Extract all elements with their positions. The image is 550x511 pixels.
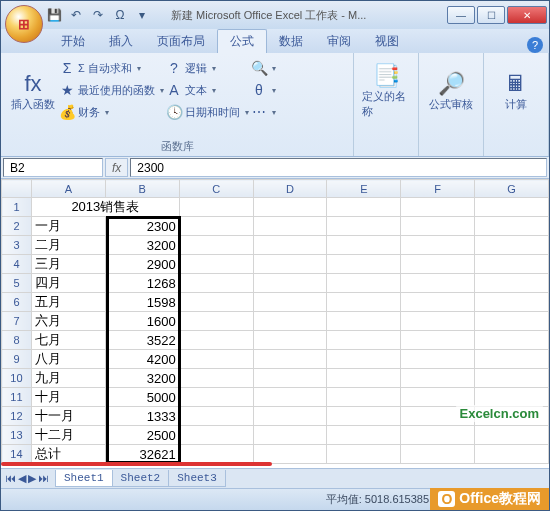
row-header[interactable]: 10	[2, 369, 32, 388]
cell[interactable]: 九月	[31, 369, 105, 388]
cell[interactable]	[327, 198, 401, 217]
cell[interactable]: 2013销售表	[31, 198, 179, 217]
tab-data[interactable]: 数据	[267, 30, 315, 53]
defined-names-button[interactable]: 📑 定义的名称	[362, 57, 410, 125]
row-header[interactable]: 4	[2, 255, 32, 274]
col-header[interactable]: B	[105, 180, 179, 198]
sheet-nav-next-icon[interactable]: ▶	[28, 472, 36, 485]
cell[interactable]	[327, 312, 401, 331]
row-header[interactable]: 9	[2, 350, 32, 369]
col-header[interactable]: A	[31, 180, 105, 198]
more-functions-button[interactable]: ⋯▾	[251, 101, 276, 123]
undo-icon[interactable]: ↶	[67, 6, 85, 24]
cell[interactable]: 3200	[105, 236, 179, 255]
calculation-button[interactable]: 🖩 计算	[492, 57, 540, 125]
cell[interactable]	[253, 369, 327, 388]
row-header[interactable]: 14	[2, 445, 32, 464]
insert-function-button[interactable]: fx 插入函数	[9, 57, 57, 125]
row-header[interactable]: 5	[2, 274, 32, 293]
sheet-tab[interactable]: Sheet2	[112, 470, 170, 487]
cell[interactable]	[327, 369, 401, 388]
cell[interactable]	[253, 198, 327, 217]
cell[interactable]	[327, 331, 401, 350]
cell[interactable]	[253, 236, 327, 255]
sheet-nav-last-icon[interactable]: ⏭	[38, 472, 49, 485]
col-header[interactable]: F	[401, 180, 475, 198]
cell[interactable]	[327, 407, 401, 426]
col-header[interactable]: E	[327, 180, 401, 198]
cell[interactable]	[253, 388, 327, 407]
lookup-button[interactable]: 🔍▾	[251, 57, 276, 79]
maximize-button[interactable]: ☐	[477, 6, 505, 24]
recent-functions-button[interactable]: ★最近使用的函数▾	[59, 79, 164, 101]
cell[interactable]	[179, 331, 253, 350]
sheet-nav-prev-icon[interactable]: ◀	[18, 472, 26, 485]
cell[interactable]	[401, 369, 475, 388]
cell[interactable]	[401, 293, 475, 312]
math-button[interactable]: θ▾	[251, 79, 276, 101]
omega-icon[interactable]: Ω	[111, 6, 129, 24]
logical-button[interactable]: ?逻辑▾	[166, 57, 249, 79]
cell[interactable]	[475, 350, 549, 369]
cell[interactable]	[179, 369, 253, 388]
fx-button[interactable]: fx	[105, 158, 128, 177]
col-header[interactable]: D	[253, 180, 327, 198]
cell[interactable]	[179, 236, 253, 255]
cell[interactable]: 4200	[105, 350, 179, 369]
cell[interactable]	[327, 388, 401, 407]
cell[interactable]	[179, 312, 253, 331]
cell[interactable]	[401, 445, 475, 464]
cell[interactable]: 三月	[31, 255, 105, 274]
row-header[interactable]: 12	[2, 407, 32, 426]
financial-button[interactable]: 💰财务▾	[59, 101, 164, 123]
row-header[interactable]: 7	[2, 312, 32, 331]
cell[interactable]	[475, 331, 549, 350]
tab-view[interactable]: 视图	[363, 30, 411, 53]
row-header[interactable]: 8	[2, 331, 32, 350]
cell[interactable]	[475, 274, 549, 293]
cell[interactable]	[475, 445, 549, 464]
cell[interactable]: 一月	[31, 217, 105, 236]
cell[interactable]	[401, 426, 475, 445]
cell[interactable]	[179, 388, 253, 407]
row-header[interactable]: 1	[2, 198, 32, 217]
cell[interactable]: 2500	[105, 426, 179, 445]
tab-layout[interactable]: 页面布局	[145, 30, 217, 53]
cell[interactable]	[401, 236, 475, 255]
cell[interactable]	[253, 312, 327, 331]
row-header[interactable]: 6	[2, 293, 32, 312]
cell[interactable]	[179, 217, 253, 236]
cell[interactable]	[179, 350, 253, 369]
help-icon[interactable]: ?	[527, 37, 543, 53]
formula-audit-button[interactable]: 🔎 公式审核	[427, 57, 475, 125]
cell[interactable]	[179, 407, 253, 426]
cell[interactable]	[401, 312, 475, 331]
cell[interactable]	[401, 255, 475, 274]
cell[interactable]: 1333	[105, 407, 179, 426]
redo-icon[interactable]: ↷	[89, 6, 107, 24]
cell[interactable]	[327, 236, 401, 255]
cell[interactable]: 32621	[105, 445, 179, 464]
cell[interactable]	[253, 217, 327, 236]
cell[interactable]	[475, 293, 549, 312]
office-button[interactable]: ⊞	[5, 5, 43, 43]
row-header[interactable]: 13	[2, 426, 32, 445]
tab-formulas[interactable]: 公式	[217, 29, 267, 53]
cell[interactable]	[179, 426, 253, 445]
cell[interactable]	[253, 445, 327, 464]
text-functions-button[interactable]: A文本▾	[166, 79, 249, 101]
cell[interactable]: 十月	[31, 388, 105, 407]
cell[interactable]	[327, 274, 401, 293]
formula-bar[interactable]: 2300	[130, 158, 547, 177]
cell[interactable]	[475, 236, 549, 255]
col-header[interactable]: C	[179, 180, 253, 198]
sheet-tab[interactable]: Sheet1	[55, 470, 113, 487]
cell[interactable]: 1598	[105, 293, 179, 312]
tab-insert[interactable]: 插入	[97, 30, 145, 53]
cell[interactable]	[401, 350, 475, 369]
cell[interactable]: 1268	[105, 274, 179, 293]
cell[interactable]: 3522	[105, 331, 179, 350]
cell[interactable]	[179, 445, 253, 464]
save-icon[interactable]: 💾	[45, 6, 63, 24]
cell[interactable]	[401, 331, 475, 350]
